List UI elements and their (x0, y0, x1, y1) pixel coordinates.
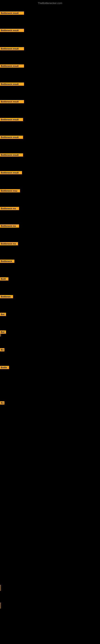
bottleneck-badge-20: Bottle (0, 366, 9, 369)
bottleneck-badge-5: Bottleneck result (0, 100, 24, 103)
bottleneck-badge-15: Bottl (0, 277, 8, 280)
bottleneck-badge-8: Bottleneck result (0, 153, 23, 156)
bottleneck-badge-13: Bottleneck res (0, 242, 18, 245)
bottleneck-badge-17: Bot (0, 313, 6, 316)
bottleneck-badge-2: Bottleneck result (0, 47, 24, 50)
vertical-line-2 (0, 602, 1, 608)
bottleneck-badge-1: Bottleneck result (0, 29, 24, 32)
bottleneck-badge-10: Bottleneck resu (0, 189, 20, 192)
bottleneck-badge-4: Bottleneck result (0, 82, 24, 86)
site-title: TheBottlenecker.com (0, 2, 100, 5)
bottleneck-badge-18: Bot (0, 330, 6, 334)
bottleneck-badge-19: Bo (0, 348, 4, 352)
bottleneck-badge-21: Bo (0, 401, 4, 404)
vertical-line-0 (0, 330, 1, 336)
bottleneck-badge-16: Bottlenec (0, 295, 13, 298)
vertical-line-1 (0, 585, 1, 591)
bottleneck-badge-0: Bottleneck result (0, 12, 24, 15)
bottleneck-badge-7: Bottleneck result (0, 136, 23, 139)
bottleneck-badge-14: Bottleneck (0, 260, 14, 263)
bottleneck-badge-3: Bottleneck result (0, 64, 24, 68)
bottleneck-badge-11: Bottleneck res (0, 207, 19, 210)
bottleneck-badge-9: Bottleneck result (0, 171, 22, 174)
bottleneck-badge-6: Bottleneck result (0, 118, 23, 121)
bottleneck-badge-12: Bottleneck res (0, 224, 19, 228)
